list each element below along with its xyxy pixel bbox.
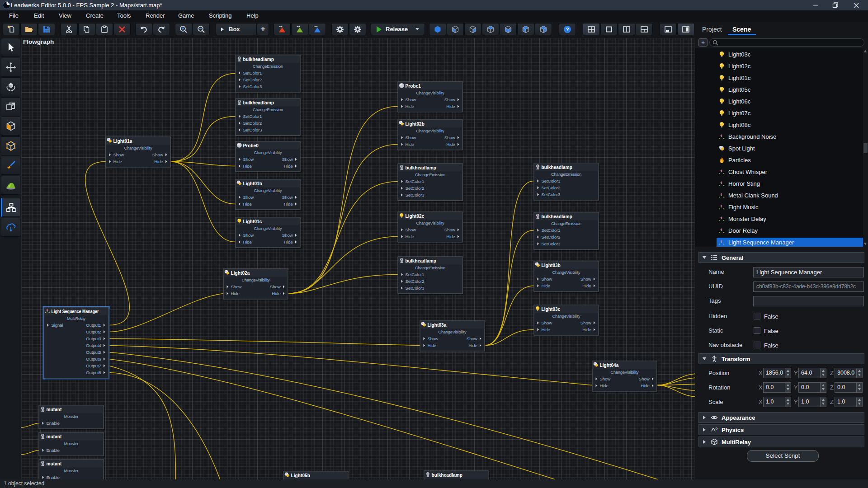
svg-text:Show: Show [428, 336, 439, 341]
svg-text:ChangeVisibility: ChangeVisibility [439, 330, 467, 334]
svg-text:Hide: Hide [468, 343, 477, 348]
svg-text:Show: Show [580, 277, 592, 282]
svg-text:Show: Show [467, 336, 478, 341]
svg-text:MultiRelay: MultiRelay [67, 316, 85, 321]
svg-text:SetColor3: SetColor3 [406, 286, 425, 291]
svg-text:ChangeVisibility: ChangeVisibility [254, 226, 283, 231]
svg-text:Light03c: Light03c [542, 307, 561, 312]
svg-text:SetColor1: SetColor1 [542, 178, 561, 183]
svg-text:bulkheadlamp: bulkheadlamp [542, 165, 572, 170]
svg-text:Hide: Hide [446, 142, 455, 147]
svg-text:Show: Show [243, 157, 255, 162]
svg-text:Hide: Hide [406, 104, 414, 109]
svg-text:bulkheadlamp: bulkheadlamp [432, 473, 462, 478]
svg-text:ChangeEmission: ChangeEmission [551, 221, 581, 226]
svg-text:SetColor3: SetColor3 [406, 192, 425, 197]
svg-text:SetColor1: SetColor1 [542, 228, 561, 233]
svg-text:Hide: Hide [284, 239, 292, 244]
svg-text:Probe1: Probe1 [406, 84, 421, 89]
svg-text:Show: Show [243, 195, 255, 200]
svg-text:Output6: Output6 [86, 357, 101, 361]
svg-text:mutant: mutant [47, 434, 62, 439]
svg-text:ChangeVisibility: ChangeVisibility [416, 221, 445, 225]
svg-text:Hide: Hide [243, 164, 252, 169]
svg-text:Light04a: Light04a [600, 363, 619, 368]
svg-text:SetColor2: SetColor2 [406, 186, 425, 191]
svg-text:Light03b: Light03b [542, 263, 561, 268]
svg-text:Hide: Hide [284, 164, 292, 169]
svg-text:?: ? [566, 27, 569, 32]
svg-text:Light02b: Light02b [406, 122, 425, 127]
svg-text:Show: Show [444, 97, 456, 102]
svg-text:Probe0: Probe0 [243, 143, 259, 148]
svg-text:Show: Show [406, 97, 417, 102]
svg-text:SetColor3: SetColor3 [243, 127, 262, 132]
svg-text:ChangeVisibility: ChangeVisibility [254, 150, 283, 155]
svg-text:bulkheadlamp: bulkheadlamp [542, 214, 572, 219]
svg-text:Enable: Enable [47, 475, 60, 479]
svg-text:Hide: Hide [641, 383, 649, 388]
svg-text:Light02c: Light02c [406, 214, 425, 219]
svg-text:mutant: mutant [47, 407, 62, 412]
svg-text:Output4: Output4 [86, 343, 101, 348]
svg-text:Hide: Hide [428, 343, 436, 348]
svg-text:Hide: Hide [272, 291, 280, 296]
svg-text:Show: Show [270, 284, 281, 289]
svg-text:ChangeEmission: ChangeEmission [551, 172, 581, 177]
svg-text:ChangeEmission: ChangeEmission [253, 64, 283, 69]
svg-text:Hide: Hide [154, 159, 163, 164]
svg-text:Output8: Output8 [86, 370, 101, 375]
svg-text:ChangeVisibility: ChangeVisibility [124, 146, 153, 150]
svg-text:Hide: Hide [600, 383, 609, 388]
svg-text:SetColor2: SetColor2 [542, 235, 561, 239]
svg-text:Show: Show [639, 376, 650, 381]
svg-text:Output2: Output2 [86, 329, 101, 334]
svg-text:ChangeVisibility: ChangeVisibility [611, 370, 639, 375]
svg-text:Output1: Output1 [86, 323, 101, 328]
svg-text:Enable: Enable [47, 421, 60, 426]
svg-text:Hide: Hide [542, 327, 550, 332]
svg-text:SetColor2: SetColor2 [243, 77, 262, 82]
svg-text:SetColor2: SetColor2 [243, 121, 262, 126]
svg-text:Show: Show [113, 152, 125, 157]
svg-text:Hide: Hide [284, 202, 292, 206]
svg-text:SetColor2: SetColor2 [542, 185, 561, 190]
svg-text:ChangeVisibility: ChangeVisibility [416, 91, 445, 95]
svg-text:Light01c: Light01c [243, 219, 262, 224]
svg-text:SetColor3: SetColor3 [542, 192, 561, 197]
svg-text:Show: Show [444, 135, 456, 140]
svg-text:Show: Show [152, 152, 164, 157]
svg-text:Hide: Hide [446, 104, 455, 109]
svg-text:Monster: Monster [64, 441, 79, 446]
svg-text:SetColor1: SetColor1 [406, 272, 425, 277]
svg-text:Light02a: Light02a [231, 271, 250, 276]
svg-text:Show: Show [282, 195, 293, 200]
svg-text:Hide: Hide [113, 159, 122, 164]
svg-text:Hide: Hide [243, 239, 252, 244]
svg-text:Show: Show [282, 157, 293, 162]
svg-text:Show: Show [542, 320, 553, 325]
svg-text:SetColor1: SetColor1 [406, 179, 425, 184]
svg-text:Hide: Hide [582, 283, 591, 288]
svg-text:bulkheadlamp: bulkheadlamp [243, 100, 274, 105]
svg-text:Light03a: Light03a [428, 323, 447, 328]
svg-text:bulkheadlamp: bulkheadlamp [406, 258, 436, 263]
svg-text:ChangeVisibility: ChangeVisibility [254, 188, 283, 193]
svg-text:Light01b: Light01b [243, 181, 262, 186]
svg-text:Hide: Hide [446, 234, 455, 239]
svg-text:Hide: Hide [542, 283, 550, 288]
svg-text:ChangeEmission: ChangeEmission [415, 266, 445, 270]
svg-text:ChangeEmission: ChangeEmission [253, 108, 283, 112]
svg-text:mutant: mutant [47, 461, 62, 466]
svg-text:Show: Show [231, 284, 242, 289]
svg-text:ChangeVisibility: ChangeVisibility [552, 270, 581, 275]
svg-text:ChangeVisibility: ChangeVisibility [552, 314, 581, 319]
svg-text:SetColor3: SetColor3 [542, 241, 561, 246]
svg-text:Hide: Hide [231, 291, 240, 296]
svg-text:Hide: Hide [582, 327, 591, 332]
svg-text:Show: Show [406, 135, 417, 140]
svg-text:Hide: Hide [406, 142, 414, 147]
svg-text:ChangeEmission: ChangeEmission [415, 173, 445, 177]
svg-text:Show: Show [243, 233, 255, 238]
svg-text:Show: Show [600, 376, 611, 381]
